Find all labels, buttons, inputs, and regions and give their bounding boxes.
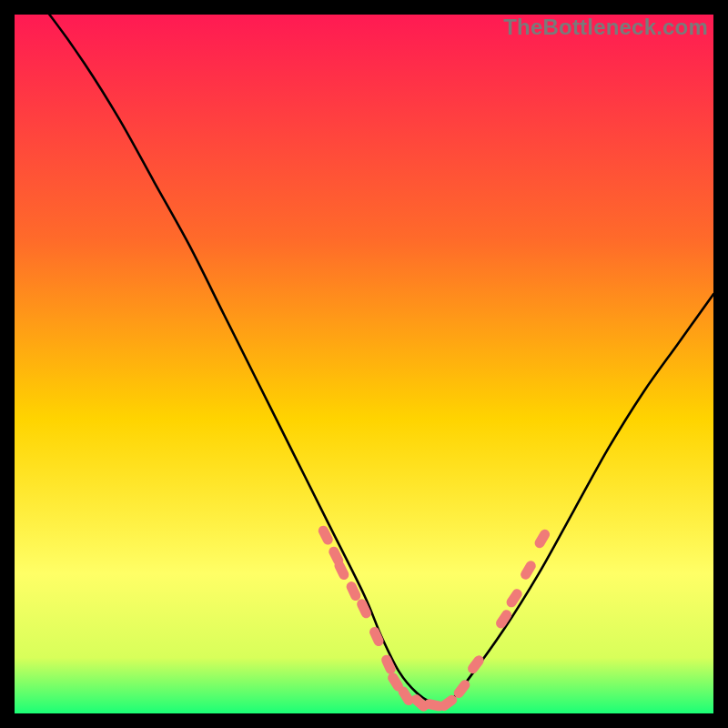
watermark-text: TheBottleneck.com <box>503 15 708 40</box>
chart-frame: TheBottleneck.com <box>15 15 713 713</box>
bottleneck-chart <box>15 15 713 713</box>
